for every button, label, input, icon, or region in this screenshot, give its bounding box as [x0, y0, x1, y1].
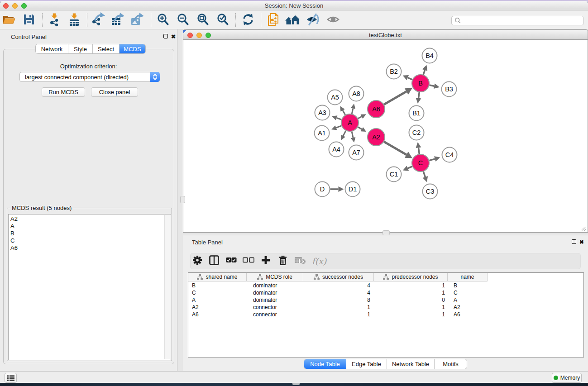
export-network-button[interactable] [91, 12, 107, 29]
delete-columns-button[interactable] [275, 254, 291, 268]
column-header-successor-nodes[interactable]: successor nodes [303, 273, 374, 281]
tab-network[interactable]: Network [36, 44, 68, 53]
mcds-result-item[interactable]: A [9, 223, 171, 230]
first-neighbors-button[interactable] [285, 12, 301, 29]
table-row[interactable]: Bdominator41B [188, 282, 583, 289]
zoom-out-button[interactable] [175, 12, 191, 29]
zoom-selected-button[interactable] [215, 12, 231, 29]
tab-motifs[interactable]: Motifs [435, 359, 467, 369]
import-table-button[interactable] [66, 12, 82, 29]
tab-edge-table[interactable]: Edge Table [346, 359, 387, 369]
show-columns-button[interactable] [206, 254, 222, 268]
graph-node-B4[interactable]: B4 [422, 48, 437, 63]
svg-text:D: D [320, 186, 325, 193]
import-network-icon [48, 12, 61, 29]
memory-button[interactable]: Memory [552, 373, 582, 383]
tab-select[interactable]: Select [93, 44, 120, 53]
control-panel-float-icon[interactable] [163, 34, 168, 38]
table-row[interactable]: Cdominator41C [188, 289, 583, 296]
graph-node-C2[interactable]: C2 [409, 125, 424, 140]
svg-text:A7: A7 [352, 149, 360, 156]
graph-node-A6[interactable]: A6 [368, 100, 385, 118]
open-file-button[interactable] [1, 12, 17, 29]
mcds-result-list[interactable]: A2ABCA6 [8, 214, 171, 360]
resize-grip-icon[interactable] [580, 225, 587, 231]
open-session-file-button[interactable] [265, 12, 282, 29]
create-column-button[interactable] [258, 254, 273, 268]
table-panel-float-icon[interactable] [572, 239, 576, 244]
mcds-result-item[interactable]: B [9, 230, 171, 237]
network-canvas[interactable]: B4 B2 B B3 A5 A8 A6 A3 A B1 A1 C2 A4 [183, 40, 588, 233]
export-table-button[interactable] [110, 12, 126, 29]
svg-text:C3: C3 [426, 188, 435, 195]
graph-node-B1[interactable]: B1 [409, 106, 424, 121]
graph-node-B2[interactable]: B2 [387, 64, 402, 79]
column-tree-icon [314, 274, 320, 280]
memory-label: Memory [560, 375, 580, 381]
graph-node-C1[interactable]: C1 [387, 167, 402, 182]
run-mcds-button[interactable]: Run MCDS [42, 87, 85, 97]
graph-node-C4[interactable]: C4 [442, 148, 457, 162]
save-session-button[interactable] [21, 12, 37, 29]
graph-node-C[interactable]: C [412, 154, 429, 172]
graph-node-A4[interactable]: A4 [329, 142, 344, 157]
show-all-button[interactable] [325, 12, 341, 29]
graph-node-B[interactable]: B [412, 75, 429, 92]
show-panels-button[interactable] [5, 373, 17, 383]
graph-node-A7[interactable]: A7 [349, 145, 364, 160]
tab-node-table[interactable]: Node Table [304, 359, 346, 369]
graph-node-A[interactable]: A [341, 114, 359, 131]
graph-node-A2[interactable]: A2 [368, 129, 385, 146]
column-header-predecessor-nodes[interactable]: predecessor nodes [374, 273, 448, 281]
table-cell: connector [247, 304, 303, 311]
mcds-result-item[interactable]: A6 [9, 244, 171, 252]
control-panel-close-icon[interactable]: ✖ [171, 34, 176, 39]
table-row[interactable]: Adominator80A [188, 296, 583, 304]
hide-selected-button[interactable] [305, 12, 321, 29]
mcds-result-item[interactable]: C [9, 237, 171, 244]
column-header-name[interactable]: name [448, 273, 488, 281]
dropdown-stepper-icon [150, 72, 160, 82]
column-header-MCDS-role[interactable]: MCDS role [247, 273, 303, 281]
zoom-fit-button[interactable] [195, 12, 211, 29]
network-window-titlebar[interactable]: testGlobe.txt [183, 29, 588, 40]
tab-style[interactable]: Style [68, 44, 93, 53]
refresh-layout-button[interactable] [240, 12, 256, 29]
import-network-button[interactable] [46, 12, 62, 29]
table-panel-close-icon[interactable]: ✖ [579, 240, 584, 244]
table-settings-button[interactable] [190, 254, 205, 268]
zoom-in-button[interactable] [155, 12, 171, 29]
search-box [451, 16, 584, 25]
export-image-icon [130, 12, 144, 29]
control-panel: Control Panel ✖ NetworkStyleSelectMCDS O… [0, 29, 177, 371]
splitpane-grip-left[interactable] [180, 196, 185, 203]
panel-list-icon [7, 375, 14, 381]
select-all-columns-button[interactable] [224, 254, 239, 268]
graph-node-D1[interactable]: D1 [345, 182, 360, 197]
graph-node-A8[interactable]: A8 [349, 86, 364, 101]
criterion-dropdown[interactable]: largest connected component (directed) [19, 72, 160, 82]
unselect-all-columns-button[interactable] [241, 254, 256, 268]
table-row[interactable]: A6connector11A6 [188, 311, 583, 318]
graph-node-A1[interactable]: A1 [315, 126, 330, 141]
table-row[interactable]: A2connector11A2 [188, 304, 583, 311]
graph-node-A5[interactable]: A5 [328, 90, 343, 105]
column-header-shared-name[interactable]: shared name [188, 273, 247, 281]
tab-mcds[interactable]: MCDS [120, 44, 145, 53]
table-cell: A [188, 296, 247, 304]
export-image-button[interactable] [129, 12, 145, 29]
graph-node-A3[interactable]: A3 [315, 105, 330, 120]
tab-network-table[interactable]: Network Table [387, 359, 435, 369]
search-icon [454, 17, 461, 24]
main-toolbar [0, 11, 588, 29]
close-panel-button[interactable]: Close panel [91, 87, 138, 97]
graph-node-D[interactable]: D [315, 182, 330, 197]
table-panel-title: Table Panel [192, 239, 223, 246]
mcds-result-item[interactable]: A2 [9, 215, 171, 223]
delete-table-button [292, 254, 308, 268]
network-window-title: testGlobe.txt [183, 32, 588, 38]
graph-node-C3[interactable]: C3 [423, 184, 438, 199]
search-input[interactable] [461, 17, 583, 24]
graph-node-B3[interactable]: B3 [442, 82, 457, 97]
result-list-scrollbar[interactable] [164, 215, 170, 359]
